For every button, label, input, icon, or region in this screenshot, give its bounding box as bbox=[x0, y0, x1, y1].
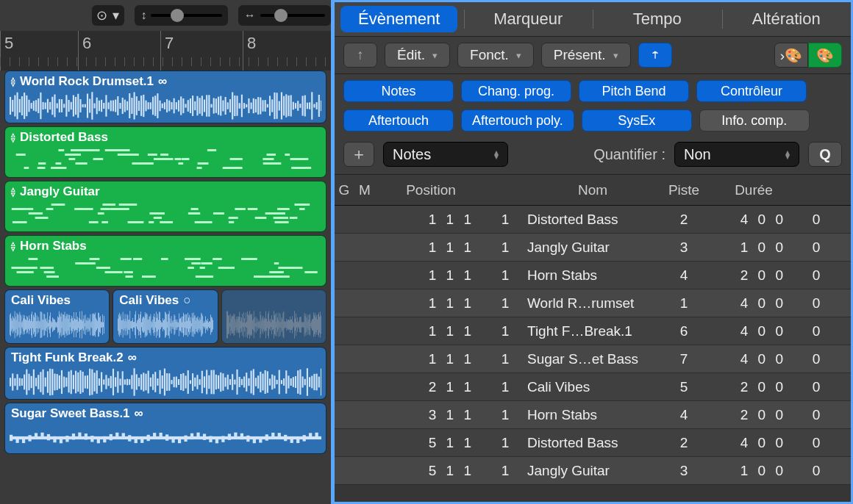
cell-extra[interactable]: 0 bbox=[798, 379, 835, 395]
cell-name[interactable]: Cali Vibes bbox=[524, 379, 658, 395]
cell-extra[interactable]: 0 bbox=[798, 323, 835, 339]
filter-sysex[interactable]: SysEx bbox=[582, 109, 692, 132]
table-row[interactable]: 1 1 11Jangly Guitar31 0 00 bbox=[335, 234, 851, 262]
cell-extra[interactable]: 0 bbox=[798, 351, 835, 367]
horizontal-zoom-slider[interactable]: ↔ bbox=[238, 5, 331, 26]
cell-track[interactable]: 4 bbox=[658, 267, 710, 284]
cell-position[interactable]: 1 1 1 bbox=[376, 267, 486, 284]
cell-subpos[interactable]: 1 bbox=[486, 379, 524, 395]
cell-extra[interactable]: 0 bbox=[798, 212, 835, 228]
cell-duration[interactable]: 2 0 0 bbox=[710, 267, 798, 284]
filter-aftertouch-poly-[interactable]: Aftertouch poly. bbox=[461, 109, 574, 132]
cell-subpos[interactable]: 1 bbox=[486, 463, 524, 479]
cell-name[interactable]: Distorted Bass bbox=[524, 435, 658, 451]
tab-évènement[interactable]: Évènement bbox=[335, 2, 464, 36]
cell-name[interactable]: Tight F…Break.1 bbox=[524, 323, 658, 339]
col-m[interactable]: M bbox=[354, 182, 376, 198]
cell-track[interactable]: 2 bbox=[658, 212, 710, 228]
quantize-button[interactable]: Q bbox=[808, 142, 842, 167]
region[interactable]: Sugar Sweet Bass.1 ∞ bbox=[4, 403, 326, 454]
cell-position[interactable]: 1 1 1 bbox=[376, 323, 486, 339]
cell-duration[interactable]: 2 0 0 bbox=[710, 379, 798, 395]
event-type-select[interactable]: Notes ▴▾ bbox=[383, 142, 508, 167]
region[interactable]: Cali Vibes bbox=[4, 289, 110, 344]
quantize-select[interactable]: Non ▴▾ bbox=[674, 142, 799, 167]
table-row[interactable]: 5 1 11Distorted Bass24 0 00 bbox=[335, 429, 851, 457]
region[interactable]: Cali Vibes bbox=[113, 289, 218, 344]
view-menu[interactable]: Présent.▾ bbox=[541, 43, 631, 68]
cell-duration[interactable]: 4 0 0 bbox=[710, 323, 798, 339]
event-table-body[interactable]: 1 1 11Distorted Bass24 0 001 1 11Jangly … bbox=[335, 206, 851, 502]
table-row[interactable]: 2 1 11Cali Vibes52 0 00 bbox=[335, 373, 851, 401]
catch-playhead-button[interactable] bbox=[638, 43, 672, 68]
cell-track[interactable]: 5 bbox=[658, 379, 710, 395]
tab-marqueur[interactable]: Marqueur bbox=[464, 2, 593, 36]
tab-tempo[interactable]: Tempo bbox=[593, 2, 722, 36]
cell-subpos[interactable]: 1 bbox=[486, 267, 524, 284]
cell-duration[interactable]: 1 0 0 bbox=[710, 240, 798, 256]
filter-notes[interactable]: Notes bbox=[343, 80, 454, 102]
cell-extra[interactable]: 0 bbox=[798, 295, 835, 312]
cell-duration[interactable]: 4 0 0 bbox=[710, 295, 798, 312]
table-row[interactable]: 1 1 11Tight F…Break.164 0 00 bbox=[335, 317, 851, 345]
cell-extra[interactable]: 0 bbox=[798, 240, 835, 256]
vertical-zoom-slider[interactable]: ↕ bbox=[135, 5, 227, 26]
cell-subpos[interactable]: 1 bbox=[486, 240, 524, 256]
cell-track[interactable]: 1 bbox=[658, 295, 710, 312]
add-event-button[interactable]: ＋ bbox=[343, 142, 374, 167]
edit-menu[interactable]: Édit.▾ bbox=[385, 43, 450, 68]
cell-position[interactable]: 2 1 1 bbox=[376, 379, 486, 395]
cell-track[interactable]: 3 bbox=[658, 463, 710, 479]
cell-position[interactable]: 1 1 1 bbox=[376, 212, 486, 228]
cell-extra[interactable]: 0 bbox=[798, 267, 835, 284]
cell-subpos[interactable]: 1 bbox=[486, 295, 524, 312]
appearance-button-1[interactable]: ›🎨 bbox=[774, 43, 808, 68]
cell-track[interactable]: 2 bbox=[658, 435, 710, 451]
cell-duration[interactable]: 2 0 0 bbox=[710, 407, 798, 423]
appearance-button-2[interactable]: 🎨 bbox=[808, 43, 842, 68]
col-track[interactable]: Piste bbox=[658, 182, 710, 198]
table-row[interactable]: 1 1 11Sugar S…et Bass74 0 00 bbox=[335, 345, 851, 373]
tracks-area[interactable]: ▵▿World Rock Drumset.1 ∞▵▿Distorted Bass… bbox=[0, 71, 331, 504]
region[interactable]: ▵▿World Rock Drumset.1 ∞ bbox=[4, 71, 326, 123]
region-ghost[interactable] bbox=[221, 289, 326, 344]
timeline-ruler[interactable]: 5 6 7 8 bbox=[0, 31, 331, 71]
region[interactable]: ▵▿Horn Stabs bbox=[4, 235, 326, 287]
view-options-button[interactable]: ⊙ ▾ bbox=[92, 5, 124, 26]
filter-contr-leur[interactable]: Contrôleur bbox=[696, 80, 807, 102]
cell-name[interactable]: Distorted Bass bbox=[524, 212, 658, 228]
cell-name[interactable]: World R…rumset bbox=[524, 295, 658, 312]
filter-pitch-bend[interactable]: Pitch Bend bbox=[579, 80, 689, 102]
cell-name[interactable]: Jangly Guitar bbox=[524, 463, 658, 479]
cell-subpos[interactable]: 1 bbox=[486, 323, 524, 339]
cell-position[interactable]: 1 1 1 bbox=[376, 351, 486, 367]
cell-track[interactable]: 4 bbox=[658, 407, 710, 423]
region[interactable]: ▵▿Jangly Guitar bbox=[4, 181, 326, 232]
col-duration[interactable]: Durée bbox=[710, 182, 798, 198]
table-row[interactable]: 5 1 11Jangly Guitar31 0 00 bbox=[335, 457, 851, 485]
filter-aftertouch[interactable]: Aftertouch bbox=[343, 109, 454, 132]
table-row[interactable]: 1 1 11Horn Stabs42 0 00 bbox=[335, 262, 851, 289]
cell-name[interactable]: Horn Stabs bbox=[524, 267, 658, 284]
up-level-button[interactable]: ↑ bbox=[343, 43, 377, 68]
col-position[interactable]: Position bbox=[376, 182, 486, 198]
cell-subpos[interactable]: 1 bbox=[486, 435, 524, 451]
cell-name[interactable]: Sugar S…et Bass bbox=[524, 351, 658, 367]
cell-position[interactable]: 1 1 1 bbox=[376, 295, 486, 312]
cell-duration[interactable]: 4 0 0 bbox=[710, 212, 798, 228]
cell-subpos[interactable]: 1 bbox=[486, 407, 524, 423]
cell-subpos[interactable]: 1 bbox=[486, 351, 524, 367]
cell-track[interactable]: 7 bbox=[658, 351, 710, 367]
cell-track[interactable]: 3 bbox=[658, 240, 710, 256]
cell-extra[interactable]: 0 bbox=[798, 463, 835, 479]
cell-position[interactable]: 5 1 1 bbox=[376, 435, 486, 451]
filter-chang-prog-[interactable]: Chang. prog. bbox=[461, 80, 571, 102]
table-row[interactable]: 1 1 11Distorted Bass24 0 00 bbox=[335, 206, 851, 234]
tab-altération[interactable]: Altération bbox=[722, 2, 852, 36]
region[interactable]: ▵▿Distorted Bass bbox=[4, 126, 326, 178]
cell-duration[interactable]: 4 0 0 bbox=[710, 351, 798, 367]
cell-position[interactable]: 1 1 1 bbox=[376, 240, 486, 256]
functions-menu[interactable]: Fonct.▾ bbox=[457, 43, 534, 68]
table-row[interactable]: 3 1 11Horn Stabs42 0 00 bbox=[335, 401, 851, 429]
cell-name[interactable]: Jangly Guitar bbox=[524, 240, 658, 256]
